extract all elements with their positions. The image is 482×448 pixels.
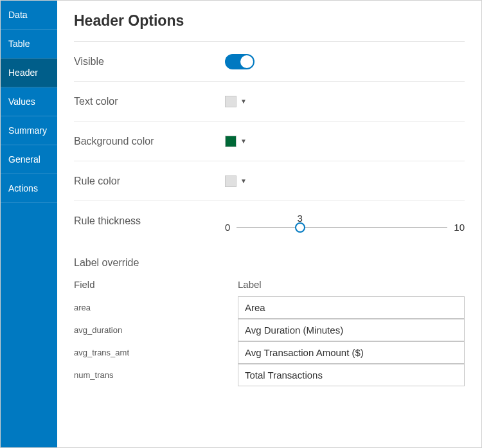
slider-min: 0 bbox=[225, 222, 230, 233]
slider-track[interactable]: 3 bbox=[237, 227, 447, 228]
chevron-down-icon: ▼ bbox=[240, 177, 247, 184]
sidebar-item-label: Data bbox=[8, 10, 28, 20]
label-rule-thickness: Rule thickness bbox=[74, 215, 225, 227]
toggle-visible[interactable] bbox=[225, 54, 254, 69]
slider-max: 10 bbox=[454, 222, 465, 233]
override-label-input[interactable] bbox=[238, 364, 465, 386]
color-picker-rule[interactable]: ▼ bbox=[225, 175, 247, 187]
sidebar-item-table[interactable]: Table bbox=[1, 30, 57, 58]
sidebar-item-label: Summary bbox=[8, 125, 47, 136]
main-panel: Header Options Visible Text color ▼ Back… bbox=[57, 1, 481, 447]
override-row: area bbox=[74, 296, 465, 319]
override-field-name: avg_trans_amt bbox=[74, 341, 238, 364]
label-text-color: Text color bbox=[74, 96, 225, 107]
chevron-down-icon: ▼ bbox=[240, 98, 247, 105]
label-background-color: Background color bbox=[74, 136, 225, 147]
label-override-title: Label override bbox=[74, 240, 465, 279]
override-label-input[interactable] bbox=[238, 341, 465, 364]
row-rule-thickness: Rule thickness 0 3 10 bbox=[74, 201, 465, 240]
override-field-name: avg_duration bbox=[74, 319, 238, 341]
sidebar: Data Table Header Values Summary General… bbox=[1, 1, 57, 447]
swatch-rule-color bbox=[225, 175, 237, 187]
sidebar-item-actions[interactable]: Actions bbox=[1, 174, 57, 203]
override-row: num_trans bbox=[74, 364, 465, 386]
override-row: avg_trans_amt bbox=[74, 341, 465, 364]
sidebar-item-label: Actions bbox=[8, 183, 38, 193]
label-rule-color: Rule color bbox=[74, 175, 225, 187]
row-background-color: Background color ▼ bbox=[74, 121, 465, 161]
sidebar-item-header[interactable]: Header bbox=[1, 58, 57, 87]
sidebar-item-label: Header bbox=[8, 67, 38, 78]
sidebar-item-general[interactable]: General bbox=[1, 145, 57, 174]
row-text-color: Text color ▼ bbox=[74, 81, 465, 121]
override-field-name: num_trans bbox=[74, 364, 238, 386]
color-picker-background[interactable]: ▼ bbox=[225, 136, 247, 147]
sidebar-item-values[interactable]: Values bbox=[1, 87, 57, 116]
override-header-label: Label bbox=[238, 279, 262, 290]
swatch-background-color bbox=[225, 136, 237, 147]
chevron-down-icon: ▼ bbox=[240, 138, 247, 145]
override-header-row: Field Label bbox=[74, 279, 465, 290]
toggle-knob bbox=[240, 55, 253, 68]
override-label-input[interactable] bbox=[238, 296, 465, 319]
sidebar-item-summary[interactable]: Summary bbox=[1, 116, 57, 145]
row-rule-color: Rule color ▼ bbox=[74, 161, 465, 201]
sidebar-item-label: Table bbox=[8, 39, 30, 49]
override-row: avg_duration bbox=[74, 319, 465, 341]
sidebar-item-data[interactable]: Data bbox=[1, 1, 57, 30]
swatch-text-color bbox=[225, 96, 237, 107]
color-picker-text[interactable]: ▼ bbox=[225, 96, 247, 107]
slider-rule-thickness[interactable]: 0 3 10 bbox=[225, 209, 465, 233]
app-frame: Data Table Header Values Summary General… bbox=[0, 0, 482, 448]
slider-thumb[interactable] bbox=[295, 222, 305, 233]
override-field-name: area bbox=[74, 296, 238, 319]
row-visible: Visible bbox=[74, 41, 465, 81]
sidebar-item-label: General bbox=[8, 154, 40, 165]
label-visible: Visible bbox=[74, 56, 225, 67]
page-title: Header Options bbox=[74, 12, 465, 30]
override-label-input[interactable] bbox=[238, 319, 465, 341]
sidebar-item-label: Values bbox=[8, 96, 35, 107]
override-header-field: Field bbox=[74, 279, 238, 290]
